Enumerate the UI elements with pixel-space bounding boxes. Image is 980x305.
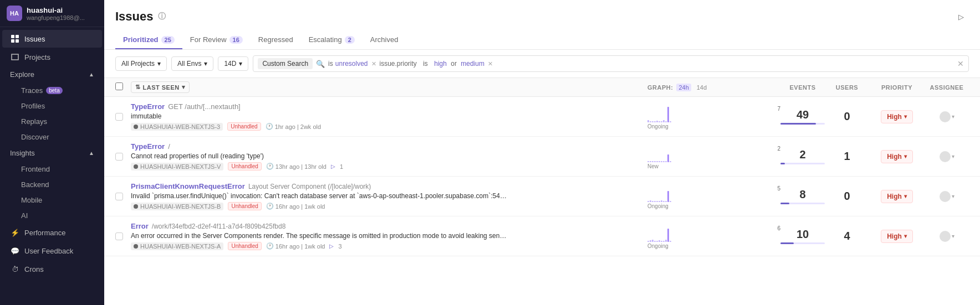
- priority-badge[interactable]: High ▾: [881, 150, 913, 163]
- sort-icon: ⇅: [135, 84, 141, 91]
- events-col: 10: [780, 228, 825, 244]
- envs-chevron-icon: ▾: [204, 60, 207, 68]
- issue-type: PrismaClientKnownRequestError: [131, 182, 245, 190]
- unhandled-badge: Unhandled: [228, 202, 261, 210]
- info-icon[interactable]: ⓘ: [158, 12, 166, 22]
- issue-message: Invalid `prisma.user.findUnique()` invoc…: [131, 192, 508, 200]
- issue-path: Layout Server Component (/[locale]/work): [248, 183, 371, 190]
- row2-checkbox[interactable]: [115, 153, 123, 161]
- issue-graph: 2 New: [647, 146, 780, 168]
- events-bar: [780, 123, 825, 125]
- prioritized-count: 25: [161, 36, 175, 44]
- row3-checkbox[interactable]: [115, 193, 123, 200]
- org-switcher[interactable]: HA huashui-ai wangfupeng1988@...: [0, 0, 104, 27]
- issue-time: 🕐 13hr ago | 13hr old: [266, 163, 326, 170]
- unhandled-badge: Unhandled: [227, 122, 261, 131]
- all-projects-filter[interactable]: All Projects ▾: [115, 56, 167, 71]
- sidebar-item-frontend[interactable]: Frontend: [2, 162, 102, 177]
- org-name: huashui-ai: [27, 6, 98, 14]
- tab-regressed[interactable]: Regressed: [251, 31, 301, 49]
- unresolved-tag-close[interactable]: ✕: [371, 60, 376, 68]
- sidebar-item-discover[interactable]: Discover: [2, 130, 102, 144]
- toolbar: All Projects ▾ All Envs ▾ 14D ▾ Custom S…: [104, 50, 980, 78]
- all-envs-filter[interactable]: All Envs ▾: [171, 56, 213, 71]
- tab-prioritized[interactable]: Prioritized 25: [115, 31, 182, 49]
- sidebar-item-projects[interactable]: Projects: [2, 48, 102, 66]
- events-header: EVENTS: [780, 84, 825, 91]
- page-header: Issues ⓘ ▷ Prioritized 25 For Review 16 …: [104, 0, 980, 50]
- project-dot: [134, 164, 138, 169]
- sidebar-item-issues-label: Issues: [24, 35, 45, 43]
- sidebar-item-replays[interactable]: Replays: [2, 114, 102, 129]
- sidebar-item-user-feedback[interactable]: 💬 User Feedback: [2, 242, 102, 260]
- graph-bars: [647, 146, 780, 162]
- assignee-avatar: [940, 191, 951, 202]
- events-col: 2: [780, 148, 825, 164]
- graph-24h[interactable]: 24h: [676, 84, 691, 91]
- sidebar-item-crons[interactable]: ⏱ Crons: [2, 260, 102, 278]
- sidebar-item-performance[interactable]: ⚡ Performance: [2, 224, 102, 241]
- priority-tag-close[interactable]: ✕: [488, 60, 493, 68]
- priority-header: PRIORITY: [869, 84, 925, 91]
- graph-status: Ongoing: [647, 243, 780, 249]
- issue-project: HUASHUIAI-WEB-NEXTJS-A: [131, 242, 223, 250]
- table-row[interactable]: TypeError / Cannot read properties of nu…: [104, 137, 980, 177]
- assignee-col: ▾: [925, 231, 969, 242]
- priority-chevron-icon: ▾: [904, 233, 907, 239]
- priority-badge[interactable]: High ▾: [881, 230, 913, 243]
- graph-max: 7: [777, 106, 780, 112]
- projects-chevron-icon: ▾: [157, 60, 161, 68]
- assignee-chevron-icon: ▾: [952, 193, 955, 199]
- sidebar-item-issues[interactable]: Issues: [2, 30, 102, 48]
- sidebar-item-backend[interactable]: Backend: [2, 177, 102, 192]
- play-icon: ▷: [329, 243, 334, 249]
- explore-section[interactable]: Explore ▲: [2, 66, 102, 82]
- row1-checkbox[interactable]: [115, 113, 123, 121]
- play-icon: ▷: [331, 163, 335, 169]
- priority-badge[interactable]: High ▾: [881, 110, 913, 123]
- events-num: 49: [780, 108, 825, 121]
- table-row[interactable]: PrismaClientKnownRequestError Layout Ser…: [104, 177, 980, 216]
- users-col: 0: [825, 110, 869, 123]
- issue-type: TypeError: [131, 102, 165, 111]
- table-row[interactable]: Error /work/f34efbd2-d2ef-4f11-a7d4-f809…: [104, 216, 980, 256]
- graph-label: GRAPH:: [647, 84, 673, 91]
- issue-path: GET /auth/[...nextauth]: [168, 102, 241, 111]
- sidebar-item-projects-label: Projects: [24, 53, 50, 61]
- events-col: 8: [780, 188, 825, 204]
- search-tag-unresolved: is unresolved ✕: [328, 60, 376, 68]
- sort-button[interactable]: ⇅ Last Seen ▾: [131, 81, 190, 93]
- main-content: Issues ⓘ ▷ Prioritized 25 For Review 16 …: [104, 0, 980, 305]
- priority-badge[interactable]: High ▾: [881, 190, 913, 203]
- search-bar: Custom Search 🔍 is unresolved ✕ issue.pr…: [253, 55, 969, 72]
- user-feedback-icon: 💬: [10, 246, 20, 256]
- select-all-checkbox[interactable]: [115, 82, 123, 90]
- search-clear-button[interactable]: ✕: [957, 59, 964, 68]
- explore-chevron: ▲: [89, 71, 94, 77]
- issue-project: HUASHUIAI-WEB-NEXTJS-B: [131, 203, 223, 210]
- graph-14d[interactable]: 14d: [695, 84, 709, 91]
- search-icon: 🔍: [316, 60, 325, 68]
- insights-section[interactable]: Insights ▲: [2, 145, 102, 161]
- escalating-count: 2: [345, 36, 355, 44]
- tab-escalating[interactable]: Escalating 2: [301, 31, 363, 49]
- events-bar: [780, 163, 825, 164]
- sidebar: HA huashui-ai wangfupeng1988@... Issues …: [0, 0, 104, 305]
- tab-archived[interactable]: Archived: [363, 31, 406, 49]
- table-row[interactable]: TypeError GET /auth/[...nextauth] immuta…: [104, 97, 980, 137]
- broadcast-button[interactable]: ▷: [953, 9, 969, 24]
- page-title: Issues ⓘ: [115, 9, 166, 24]
- assignee-col: ▾: [925, 151, 969, 162]
- custom-search-label[interactable]: Custom Search: [258, 58, 313, 69]
- sidebar-item-traces[interactable]: Traces beta: [2, 83, 102, 98]
- tab-for-review[interactable]: For Review 16: [182, 31, 251, 49]
- sidebar-item-profiles[interactable]: Profiles: [2, 99, 102, 113]
- sidebar-item-mobile[interactable]: Mobile: [2, 193, 102, 208]
- project-dot: [134, 244, 138, 249]
- sidebar-item-ai[interactable]: AI: [2, 208, 102, 223]
- issue-type: Error: [131, 222, 149, 230]
- period-filter[interactable]: 14D ▾: [218, 56, 248, 71]
- graph-max: 6: [777, 225, 780, 231]
- project-dot: [134, 125, 138, 129]
- row4-checkbox[interactable]: [115, 232, 123, 240]
